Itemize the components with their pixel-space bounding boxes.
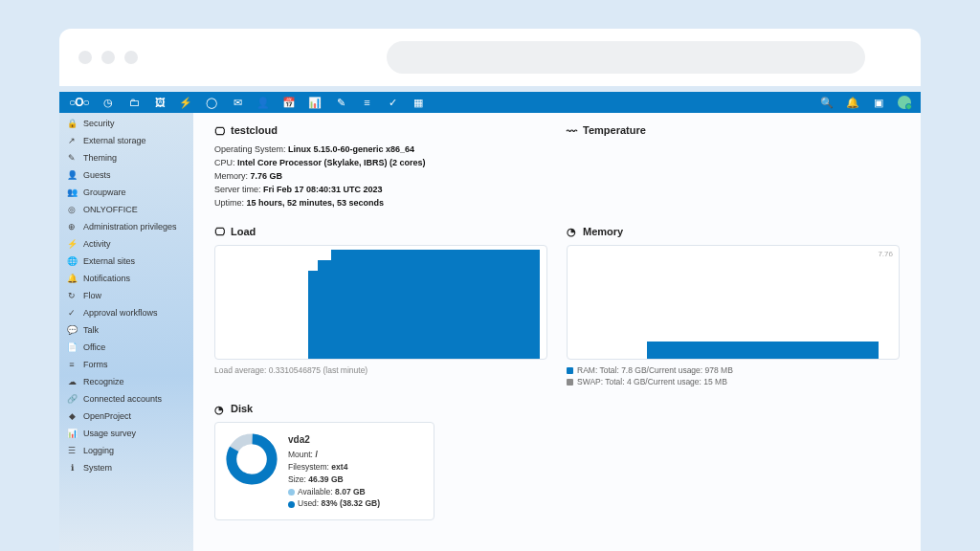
contacts-icon[interactable]: 👤 — [257, 97, 270, 109]
sidebar-item-label: Connected accounts — [83, 394, 162, 404]
browser-dot — [101, 51, 115, 64]
sidebar-item-system[interactable]: ℹSystem — [59, 459, 193, 476]
deck-icon[interactable]: ≡ — [361, 97, 373, 109]
sidebar-item-label: Flow — [83, 291, 101, 300]
sidebar-item-usage-survey[interactable]: 📊Usage survey — [59, 425, 193, 442]
sidebar-item-approval-workflows[interactable]: ✓Approval workflows — [59, 304, 193, 321]
sidebar-item-label: Theming — [83, 153, 117, 163]
sidebar-item-groupware[interactable]: 👥Groupware — [59, 184, 193, 201]
sidebar-item-external-sites[interactable]: 🌐External sites — [59, 253, 193, 270]
sidebar-item-label: Security — [83, 119, 115, 128]
sidebar-item-label: System — [83, 463, 112, 473]
onlyoffice-icon: ◎ — [67, 205, 77, 214]
openproject-icon: ◆ — [67, 411, 77, 421]
pie-icon: ◔ — [567, 226, 577, 236]
load-title-text: Load — [231, 226, 256, 237]
disk-card: vda2 Mount: / Filesystem: ext4 Size: 46.… — [214, 422, 434, 520]
available-swatch — [288, 489, 295, 496]
photos-icon[interactable]: 🖼 — [154, 97, 167, 109]
office-icon: 📄 — [67, 342, 77, 352]
dashboard-icon[interactable]: ◷ — [102, 97, 115, 109]
used-swatch — [288, 501, 295, 508]
contacts-menu-icon[interactable]: ▣ — [872, 97, 884, 109]
sidebar-item-recognize[interactable]: ☁Recognize — [59, 373, 193, 390]
sidebar-item-administration-privileges[interactable]: ⊕Administration privileges — [59, 218, 193, 235]
memory-bar — [647, 342, 879, 359]
sidebar-item-guests[interactable]: 👤Guests — [59, 166, 193, 184]
memory-legend: RAM: Total: 7.8 GB/Current usage: 978 MB… — [567, 365, 900, 388]
pie-icon: ◔ — [214, 404, 225, 414]
browser-traffic-lights — [78, 51, 138, 64]
forms-icon[interactable]: ▦ — [412, 97, 425, 109]
lock-icon: 🔒 — [67, 119, 77, 128]
legend-ram: RAM: Total: 7.8 GB/Current usage: 978 MB — [577, 365, 733, 375]
disk-title: ◔ Disk — [214, 403, 900, 414]
sidebar-item-label: Talk — [83, 325, 99, 335]
load-caption: Load average: 0.3310546875 (last minute) — [214, 365, 547, 375]
load-chart — [214, 245, 547, 360]
talk-icon: 💬 — [67, 325, 77, 335]
notifications-icon: 🔔 — [67, 274, 77, 283]
sidebar-item-office[interactable]: 📄Office — [59, 339, 193, 356]
os-line: Operating System: Linux 5.15.0-60-generi… — [214, 143, 547, 157]
sidebar-item-label: Activity — [83, 239, 111, 249]
sidebar-item-flow[interactable]: ↻Flow — [59, 287, 193, 304]
forms-icon: ≡ — [67, 360, 77, 369]
main-content: 🖵 testcloud Operating System: Linux 5.15… — [193, 113, 921, 551]
pulse-icon: 〰 — [567, 125, 577, 136]
calendar-icon[interactable]: 📅 — [283, 97, 296, 109]
disk-info: vda2 Mount: / Filesystem: ext4 Size: 46.… — [288, 432, 380, 510]
sidebar-item-forms[interactable]: ≡Forms — [59, 356, 193, 373]
uptime-line: Uptime: 15 hours, 52 minutes, 53 seconds — [214, 197, 547, 210]
sidebar-item-onlyoffice[interactable]: ◎ONLYOFFICE — [59, 201, 193, 218]
disk-donut-chart — [225, 432, 278, 486]
browser-dot — [78, 51, 92, 64]
legend-swap: SWAP: Total: 4 GB/Current usage: 15 MB — [577, 377, 727, 386]
app-window: ○О○ ◷ 🗀 🖼 ⚡ ◯ ✉ 👤 📅 📊 ✎ ≡ ✓ ▦ 🔍 🔔 ▣ 🔒Sec… — [59, 92, 921, 551]
stats-icon[interactable]: 📊 — [309, 97, 322, 109]
sidebar-item-label: External sites — [83, 256, 135, 266]
logo[interactable]: ○О○ — [69, 96, 89, 109]
sidebar-item-external-storage[interactable]: ↗External storage — [59, 132, 193, 149]
mail-icon[interactable]: ✉ — [232, 97, 244, 109]
sidebar-item-talk[interactable]: 💬Talk — [59, 321, 193, 339]
sidebar-item-label: External storage — [83, 136, 146, 145]
connected-icon: 🔗 — [67, 394, 77, 404]
sidebar-item-label: Recognize — [83, 377, 124, 386]
monitor-icon: 🖵 — [214, 226, 225, 236]
settings-sidebar: 🔒Security↗External storage✎Theming👤Guest… — [59, 113, 193, 551]
sidebar-item-notifications[interactable]: 🔔Notifications — [59, 270, 193, 287]
search-icon[interactable]: 🔍 — [820, 97, 833, 109]
activity-icon[interactable]: ⚡ — [180, 97, 192, 109]
sidebar-item-openproject[interactable]: ◆OpenProject — [59, 408, 193, 425]
sidebar-item-label: Approval workflows — [83, 308, 158, 318]
sidebar-item-label: Guests — [83, 170, 111, 180]
sidebar-item-security[interactable]: 🔒Security — [59, 115, 193, 132]
notes-icon[interactable]: ✎ — [335, 97, 347, 109]
cpu-line: CPU: Intel Core Processor (Skylake, IBRS… — [214, 157, 547, 170]
files-icon[interactable]: 🗀 — [128, 97, 141, 109]
topbar: ○О○ ◷ 🗀 🖼 ⚡ ◯ ✉ 👤 📅 📊 ✎ ≡ ✓ ▦ 🔍 🔔 ▣ — [59, 92, 921, 113]
tasks-icon[interactable]: ✓ — [387, 97, 399, 109]
guests-icon: 👤 — [67, 170, 77, 180]
approval-icon: ✓ — [67, 308, 77, 318]
swap-swatch — [567, 379, 573, 386]
talk-icon[interactable]: ◯ — [206, 97, 218, 109]
sidebar-item-label: Notifications — [83, 274, 130, 283]
sidebar-item-label: ONLYOFFICE — [83, 205, 138, 214]
notifications-bell-icon[interactable]: 🔔 — [846, 97, 858, 109]
sidebar-item-connected-accounts[interactable]: 🔗Connected accounts — [59, 390, 193, 408]
sidebar-item-label: Groupware — [83, 187, 126, 197]
sidebar-item-logging[interactable]: ☰Logging — [59, 442, 193, 459]
url-bar[interactable] — [387, 41, 865, 74]
sidebar-item-label: Logging — [83, 446, 114, 455]
recognize-icon: ☁ — [67, 377, 77, 386]
time-line: Server time: Fri Feb 17 08:40:31 UTC 202… — [214, 184, 547, 197]
sidebar-item-activity[interactable]: ⚡Activity — [59, 235, 193, 253]
sidebar-item-theming[interactable]: ✎Theming — [59, 149, 193, 166]
user-avatar[interactable] — [898, 96, 911, 109]
logging-icon: ☰ — [67, 446, 77, 455]
globe-icon: 🌐 — [67, 256, 77, 266]
system-title: 🖵 testcloud — [214, 124, 547, 136]
theming-icon: ✎ — [67, 153, 77, 163]
